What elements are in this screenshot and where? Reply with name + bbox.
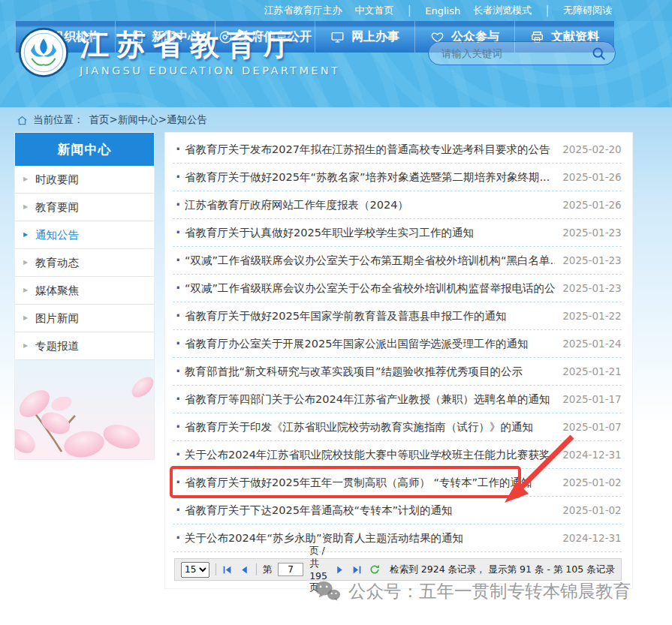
notice-row[interactable]: 省教育厅关于下达2025年普通高校“专转本”计划的通知 2025-01-02 xyxy=(173,497,622,524)
pagination-bar: 15 第 页 / 共 195 页 检索到 2924 条记录， 显示第 91 条 … xyxy=(174,558,622,581)
notice-date: 2025-01-07 xyxy=(562,421,621,433)
last-page-button[interactable] xyxy=(351,565,363,575)
notice-date: 2025-02-20 xyxy=(562,143,621,155)
notice-date: 2025-01-24 xyxy=(562,338,621,350)
notice-row[interactable]: 省教育厅关于做好2025年国家学前教育普及普惠县申报工作的通知 2025-01-… xyxy=(173,302,622,330)
notice-title[interactable]: 省教育厅关于做好2025年“苏教名家”培养对象遴选暨第二期培养对象终期... xyxy=(173,170,555,185)
notice-row[interactable]: 教育部首批“新文科研究与改革实践项目”结题验收推荐优秀项目的公示 2025-01… xyxy=(173,358,622,386)
sidebar-item[interactable]: 教育要闻 xyxy=(15,194,154,221)
notice-row[interactable]: “双减”工作省级联席会议办公室关于公布全省校外培训机构监督举报电话的公... 2… xyxy=(173,275,622,302)
search-box[interactable] xyxy=(428,41,616,65)
breadcrumb-label: 当前位置： xyxy=(33,113,84,127)
page-label-prefix: 第 xyxy=(263,563,273,576)
topbar-separator: │ xyxy=(406,5,412,17)
sidebar-item[interactable]: 通知公告 xyxy=(15,221,154,249)
notice-title[interactable]: 省教育厅关于印发《江苏省职业院校劳动教育实施指南（试行）》的通知 xyxy=(173,420,555,434)
next-page-button[interactable] xyxy=(334,565,345,575)
notice-row[interactable]: 省教育厅办公室关于开展2025年国家公派出国留学选派受理工作的通知 2025-0… xyxy=(173,330,622,358)
first-page-button[interactable] xyxy=(221,565,233,575)
notice-title[interactable]: 江苏省教育厅政府网站工作年度报表（2024） xyxy=(173,198,555,212)
sidebar-item-label: 专题报道 xyxy=(35,340,79,352)
prev-page-button[interactable] xyxy=(239,565,250,575)
notice-title[interactable]: 教育部首批“新文科研究与改革实践项目”结题验收推荐优秀项目的公示 xyxy=(173,365,555,379)
notice-title[interactable]: 省教育厅关于发布2027年拟在江苏招生的普通高校专业选考科目要求的公告 xyxy=(173,143,555,157)
notice-date: 2025-01-02 xyxy=(562,504,621,516)
notice-title[interactable]: 关于公布2024年“苏乡永助”资助育人主题活动结果的通知 xyxy=(173,531,555,545)
topbar-link-english[interactable]: English xyxy=(425,5,460,17)
search-icon[interactable] xyxy=(591,46,607,62)
notice-list: 省教育厅关于发布2027年拟在江苏招生的普通高校专业选考科目要求的公告 2025… xyxy=(173,136,622,552)
notice-date: 2025-01-17 xyxy=(562,393,621,405)
notice-row[interactable]: 省教育厅关于做好2025年“苏教名家”培养对象遴选暨第二期培养对象终期... 2… xyxy=(173,164,622,191)
notice-list-panel: 省教育厅关于发布2027年拟在江苏招生的普通高校专业选考科目要求的公告 2025… xyxy=(165,133,632,588)
sidebar-item-label: 通知公告 xyxy=(35,229,79,241)
sidebar-item[interactable]: 媒体聚焦 xyxy=(15,277,154,305)
record-summary: 检索到 2924 条记录， 显示第 91 条 - 第 105 条记录 xyxy=(390,563,614,576)
site-title: 江苏省教育厅 xyxy=(80,29,340,62)
notice-date: 2025-01-22 xyxy=(562,310,621,322)
notice-title[interactable]: 省教育厅等四部门关于公布2024年江苏省产业教授（兼职）选聘名单的通知 xyxy=(173,392,555,407)
notice-title[interactable]: “双减”工作省级联席会议办公室关于公布全省校外培训机构监督举报电话的公... xyxy=(173,281,555,296)
notice-row[interactable]: 江苏省教育厅政府网站工作年度报表（2024） 2025-01-26 xyxy=(173,191,622,219)
sidebar-item[interactable]: 教育动态 xyxy=(15,249,154,277)
notice-title[interactable]: 省教育厅关于做好2025年国家学前教育普及普惠县申报工作的通知 xyxy=(173,309,555,323)
sidebar-item[interactable]: 专题报道 xyxy=(15,332,154,360)
sidebar-item-label: 媒体聚焦 xyxy=(35,284,79,296)
nav-item-label: 网上办事 xyxy=(351,29,399,45)
refresh-icon[interactable] xyxy=(369,564,381,575)
notice-title[interactable]: “双减”工作省级联席会议办公室关于公布第五期全省校外培训机构“黑白名单... xyxy=(173,254,555,268)
notice-date: 2025-01-21 xyxy=(562,365,621,377)
notice-row[interactable]: 关于公布2024年“苏乡永助”资助育人主题活动结果的通知 2024-12-31 xyxy=(173,524,622,552)
sidebar-item[interactable]: 时政要闻 xyxy=(15,166,154,194)
topbar-link-accessibility[interactable]: 无障碍阅读 xyxy=(563,4,612,17)
page-size-select[interactable]: 15 xyxy=(181,562,209,578)
topbar-link-host[interactable]: 江苏省教育厅主办 xyxy=(264,4,342,17)
notice-row[interactable]: 省教育厅关于做好2025年五年一贯制高职（高师） “专转本”工作的通知 2025… xyxy=(173,469,622,497)
topbar-link-chinese-home[interactable]: 中文首页 xyxy=(354,4,393,17)
sidebar: 新闻中心 时政要闻 教育要闻 通知公告 教育动态 xyxy=(15,133,154,459)
jiangsu-education-logo-icon xyxy=(18,27,69,78)
notice-title[interactable]: 省教育厅办公室关于开展2025年国家公派出国留学选派受理工作的通知 xyxy=(173,337,555,351)
breadcrumb-path[interactable]: 首页>新闻中心>通知公告 xyxy=(89,113,208,127)
notice-date: 2025-01-23 xyxy=(562,282,621,294)
notice-row[interactable]: “双减”工作省级联席会议办公室关于公布第五期全省校外培训机构“黑白名单... 2… xyxy=(173,247,622,275)
notice-date: 2025-01-23 xyxy=(562,227,621,239)
sidebar-item-label: 教育动态 xyxy=(35,257,79,269)
topbar-link-elder-mode[interactable]: 长者浏览模式 xyxy=(473,4,532,17)
page-body: 当前位置： 首页>新闻中心>通知公告 新闻中心 时政要闻 教育要闻 通知公告 xyxy=(0,107,672,625)
notice-row[interactable]: 关于公布2024年江苏省职业院校技能大赛中等职业学校班主任能力比赛获奖... 2… xyxy=(173,441,622,469)
notice-row[interactable]: 省教育厅关于印发《江苏省职业院校劳动教育实施指南（试行）》的通知 2025-01… xyxy=(173,413,622,441)
sidebar-item-label: 图片新闻 xyxy=(35,312,79,324)
page-number-input[interactable] xyxy=(278,563,303,576)
sidebar-menu: 时政要闻 教育要闻 通知公告 教育动态 媒体聚焦 xyxy=(15,166,154,360)
notice-date: 2025-01-23 xyxy=(562,254,621,266)
notice-row[interactable]: 省教育厅关于发布2027年拟在江苏招生的普通高校专业选考科目要求的公告 2025… xyxy=(173,136,622,164)
sidebar-item[interactable]: 图片新闻 xyxy=(15,305,154,332)
notice-date: 2024-12-31 xyxy=(562,449,621,461)
notice-title[interactable]: 省教育厅关于认真做好2025年职业学校学生实习工作的通知 xyxy=(173,226,555,240)
sidebar-item-label: 时政要闻 xyxy=(35,173,79,185)
topbar-separator: │ xyxy=(544,5,550,17)
topbar: 江苏省教育厅主办 中文首页 │ English 长者浏览模式 │ 无障碍阅读 xyxy=(0,0,672,21)
notice-date: 2024-12-31 xyxy=(562,532,621,544)
notice-title[interactable]: 关于公布2024年江苏省职业院校技能大赛中等职业学校班主任能力比赛获奖... xyxy=(173,448,555,462)
sidebar-item-label: 教育要闻 xyxy=(35,201,79,213)
notice-date: 2025-01-02 xyxy=(562,476,621,488)
site-subtitle: JIANGSU EDUCATION DEPARTMENT xyxy=(80,65,340,77)
notice-date: 2025-01-26 xyxy=(562,199,621,211)
notice-date: 2025-01-26 xyxy=(562,171,621,183)
home-icon[interactable] xyxy=(17,115,28,126)
breadcrumb: 当前位置： 首页>新闻中心>通知公告 xyxy=(0,107,672,133)
notice-row[interactable]: 省教育厅等四部门关于公布2024年江苏省产业教授（兼职）选聘名单的通知 2025… xyxy=(173,386,622,413)
notice-row[interactable]: 省教育厅关于认真做好2025年职业学校学生实习工作的通知 2025-01-23 xyxy=(173,219,622,247)
notice-title[interactable]: 省教育厅关于下达2025年普通高校“专转本”计划的通知 xyxy=(173,503,555,518)
search-input[interactable] xyxy=(441,47,591,59)
header-region: 江苏省教育厅主办 中文首页 │ English 长者浏览模式 │ 无障碍阅读 江… xyxy=(0,0,672,107)
sidebar-title: 新闻中心 xyxy=(15,133,154,166)
site-branding: 江苏省教育厅 JIANGSU EDUCATION DEPARTMENT xyxy=(18,27,340,78)
notice-title[interactable]: 省教育厅关于做好2025年五年一贯制高职（高师） “专转本”工作的通知 xyxy=(173,476,555,490)
magnolia-flower-image xyxy=(15,360,154,459)
